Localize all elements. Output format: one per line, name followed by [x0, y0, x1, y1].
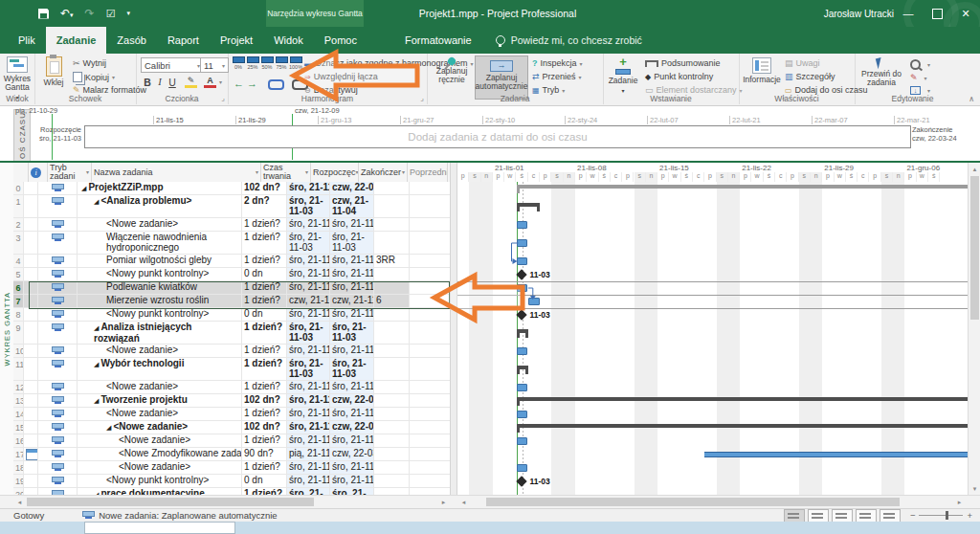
cell-dur[interactable]: 1 dzień?	[242, 358, 287, 380]
cell-info[interactable]	[24, 421, 38, 434]
pct-0-button[interactable]: 0%	[232, 56, 245, 72]
cell-finish[interactable]: czw, 22-03-24	[330, 448, 374, 460]
cell-mode[interactable]	[38, 195, 78, 217]
cell-dur[interactable]: 1 dzień?	[242, 322, 287, 344]
tell-me-box[interactable]: Powiedz mi, co chcesz zrobić	[496, 27, 642, 54]
cell-name[interactable]: <Nowe zadanie>	[78, 434, 242, 447]
vertical-scrollbar[interactable]: ▴ ▾	[968, 163, 980, 495]
chart-row[interactable]	[457, 358, 968, 381]
cell-dur[interactable]: 1 dzień?	[242, 488, 287, 495]
task-bar[interactable]	[517, 239, 527, 247]
cell-name[interactable]: Mierzenie wzrostu roślin	[78, 295, 242, 307]
chart-scroll-right-icon[interactable]: ▸	[953, 496, 966, 508]
cell-finish[interactable]: śro, 21-11-03	[330, 434, 374, 447]
chart-row[interactable]	[457, 394, 968, 408]
cell-finish[interactable]: czw, 21-11-04	[330, 195, 374, 217]
cell-mode[interactable]	[38, 408, 78, 420]
cell-start[interactable]: czw, 21-11-04	[287, 295, 330, 307]
table-row[interactable]: 7Mierzenie wzrostu roślin1 dzień?czw, 21…	[13, 295, 450, 308]
chart-row[interactable]	[457, 182, 968, 195]
header-task-mode[interactable]: Tryb zadani▾	[48, 163, 92, 182]
cell-mode[interactable]	[38, 322, 78, 344]
table-chart-splitter[interactable]	[450, 163, 457, 495]
cell-pred[interactable]	[374, 448, 410, 460]
cell-name[interactable]: ◢<Analiza problemu>	[78, 195, 242, 217]
cell-dur[interactable]: 1 dzień?	[242, 281, 287, 294]
cell-name[interactable]: <Nowy punkt kontrolny>	[78, 308, 242, 321]
highlight-color-button[interactable]: ✎	[185, 76, 197, 88]
cell-mode[interactable]	[38, 232, 78, 254]
table-scroll-left-icon[interactable]: ◂	[13, 496, 26, 508]
horizontal-scrollbars[interactable]: ◂ ▸ ◂ ▸	[0, 495, 980, 508]
cell-name[interactable]: Włączenie nawodnienia hydroponicznego	[78, 232, 242, 254]
cell-finish[interactable]: czw, 22-03-24	[330, 421, 374, 434]
cell-info[interactable]	[24, 182, 38, 194]
underline-button[interactable]: U	[167, 77, 177, 88]
cell-dur[interactable]: 0 dn	[242, 268, 287, 280]
chart-row[interactable]	[457, 488, 968, 495]
cell-finish[interactable]: śro, 21-11-03	[330, 308, 374, 321]
task-bar[interactable]	[517, 284, 527, 292]
cell-pred[interactable]	[374, 434, 410, 447]
zoom-track[interactable]	[919, 515, 963, 516]
find-button[interactable]: ▾	[910, 59, 930, 70]
table-row[interactable]: 14<Nowe zadanie>1 dzień?śro, 21-11-03śro…	[13, 408, 450, 421]
cell-info[interactable]	[24, 232, 38, 254]
cell-pred[interactable]	[374, 281, 410, 294]
task-bar[interactable]	[517, 464, 527, 472]
cell-info[interactable]	[24, 358, 38, 380]
font-color-button[interactable]: A	[204, 76, 216, 88]
copy-button[interactable]: Kopiuj ▾	[73, 72, 115, 82]
header-info[interactable]: i	[29, 163, 48, 182]
table-row[interactable]: 13◢Tworzenie projektu102 dn?śro, 21-11-0…	[13, 394, 450, 408]
cell-mode[interactable]	[38, 281, 78, 294]
scroll-up-icon[interactable]: ▴	[969, 163, 980, 175]
zoom-in-icon[interactable]: +	[967, 510, 972, 521]
cell-start[interactable]: śro, 21-11-03	[287, 232, 330, 254]
project-summary-bar[interactable]	[517, 185, 969, 189]
cell-name[interactable]: <Nowe zadanie>	[78, 408, 242, 420]
row-number[interactable]: 1	[13, 195, 24, 217]
restore-button[interactable]	[923, 0, 951, 27]
chart-row[interactable]	[457, 322, 968, 345]
chart-row[interactable]	[457, 434, 968, 448]
table-scroll-right-icon[interactable]: ▸	[437, 496, 450, 508]
cell-start[interactable]: śro, 21-11-03	[287, 308, 330, 321]
cell-info[interactable]	[24, 345, 38, 357]
summary-bar[interactable]	[517, 203, 541, 207]
cell-finish[interactable]: śro, 21-11-03	[330, 218, 374, 231]
filter-icon[interactable]: ▾	[86, 168, 89, 177]
filter-icon[interactable]: ▾	[305, 168, 308, 177]
cell-info[interactable]	[24, 295, 38, 307]
outdent-task-icon[interactable]: ←	[234, 78, 244, 89]
save-icon[interactable]	[38, 9, 49, 19]
cell-name[interactable]: <Nowy punkt kontrolny>	[78, 475, 242, 487]
header-duration[interactable]: Czas trwania▾	[261, 163, 311, 182]
cell-name[interactable]: Pomiar wilgotności gleby	[78, 255, 242, 267]
row-number[interactable]: 16	[13, 434, 24, 447]
cell-dur[interactable]: 1 dzień?	[242, 434, 287, 447]
chart-row[interactable]	[457, 218, 968, 232]
row-number[interactable]: 8	[13, 308, 24, 321]
cell-mode[interactable]	[38, 421, 78, 434]
cell-start[interactable]: śro, 21-11-03	[287, 195, 330, 217]
header-start[interactable]: Rozpoczęc▾	[311, 163, 359, 182]
cell-pred[interactable]	[374, 345, 410, 357]
cell-pred[interactable]	[374, 408, 410, 420]
row-number[interactable]: 10	[13, 345, 24, 357]
table-row[interactable]: 1◢<Analiza problemu>2 dn?śro, 21-11-03cz…	[13, 195, 450, 218]
cell-name[interactable]: ◢Tworzenie projektu	[78, 394, 242, 407]
mark-on-track-icon[interactable]: ☑	[106, 8, 116, 20]
cell-dur[interactable]: 102 dn?	[242, 394, 287, 407]
insert-task-button[interactable]: + Zadanie ▾	[607, 57, 639, 96]
cell-pred[interactable]	[374, 421, 410, 434]
milestone-diamond[interactable]	[516, 476, 526, 486]
row-number[interactable]: 12	[13, 381, 24, 393]
task-details-button[interactable]: ▥ Szczegóły	[785, 72, 835, 81]
chart-row[interactable]	[457, 281, 968, 295]
cell-mode[interactable]	[38, 394, 78, 407]
cell-info[interactable]	[24, 381, 38, 393]
tab-plik[interactable]: Plik	[8, 27, 46, 54]
filter-icon[interactable]: ▾	[256, 168, 258, 177]
cell-finish[interactable]: śro, 21-11-03	[330, 255, 374, 267]
